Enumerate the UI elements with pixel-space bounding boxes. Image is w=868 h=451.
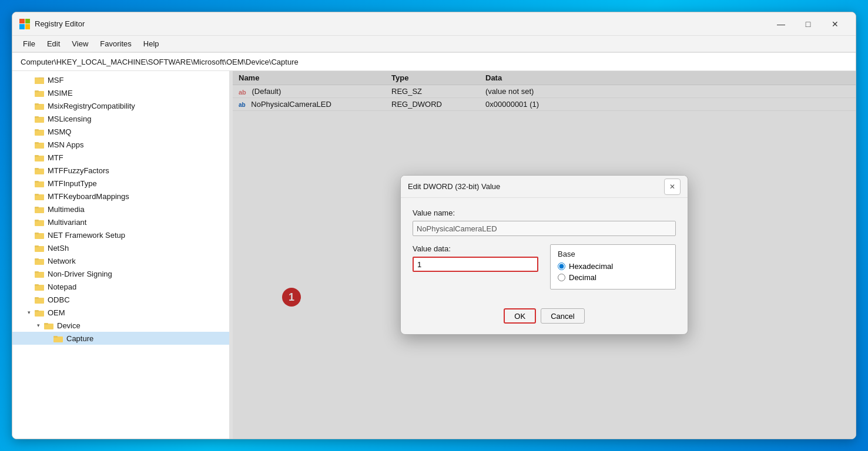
tree-item-label: NetSh xyxy=(48,244,69,253)
svg-rect-40 xyxy=(44,323,48,325)
tree-item-label: MSN Apps xyxy=(48,140,83,149)
dialog-title-bar: Edit DWORD (32-bit) Value ✕ xyxy=(401,176,688,198)
expand-icon xyxy=(43,334,52,343)
expand-icon xyxy=(24,166,33,175)
address-path: Computer\HKEY_LOCAL_MACHINE\SOFTWARE\Mic… xyxy=(17,56,302,68)
tree-item-label: MSMQ xyxy=(48,127,71,136)
tree-item-label: MSIME xyxy=(48,89,73,97)
tree-item-msime[interactable]: MSIME xyxy=(12,86,229,99)
tree-item-label: Multivariant xyxy=(48,218,86,227)
value-data-input[interactable] xyxy=(413,257,538,272)
svg-rect-26 xyxy=(35,233,39,234)
tree-item-odbc[interactable]: ODBC xyxy=(12,293,229,306)
main-area: MSF MSIME MsixRegistryCompatibility xyxy=(12,71,856,439)
cancel-button[interactable]: Cancel xyxy=(541,308,584,324)
folder-icon xyxy=(35,230,44,240)
tree-item-notepad[interactable]: Notepad xyxy=(12,280,229,293)
maximize-button[interactable]: □ xyxy=(795,15,822,33)
app-icon xyxy=(19,19,30,29)
tree-item-label: Capture xyxy=(66,334,93,343)
dialog-title: Edit DWORD (32-bit) Value xyxy=(408,182,500,191)
tree-item-capture[interactable]: Capture xyxy=(12,332,229,345)
tree-item-label: MTFKeyboardMappings xyxy=(48,192,129,201)
expand-icon xyxy=(24,140,33,149)
tree-item-label: Notepad xyxy=(48,282,76,291)
folder-icon xyxy=(53,334,63,343)
folder-icon xyxy=(35,114,44,123)
expand-icon xyxy=(24,127,33,136)
tree-item-label: NET Framework Setup xyxy=(48,231,125,240)
window-title: Registry Editor xyxy=(35,19,85,28)
tree-item-mtfinput[interactable]: MTFInputType xyxy=(12,177,229,190)
window-controls: — □ ✕ xyxy=(768,15,849,33)
tree-item-netfw[interactable]: NET Framework Setup xyxy=(12,228,229,241)
value-name-input[interactable] xyxy=(413,221,676,236)
svg-rect-30 xyxy=(35,258,39,260)
tree-item-msmq[interactable]: MSMQ xyxy=(12,125,229,138)
svg-rect-34 xyxy=(35,284,39,286)
svg-rect-42 xyxy=(53,336,58,338)
tree-item-label: MsixRegistryCompatibility xyxy=(48,102,135,110)
value-data-row: Value data: Base Hexadecimal xyxy=(413,244,676,290)
menu-view[interactable]: View xyxy=(66,38,94,49)
folder-icon xyxy=(35,217,44,227)
tree-item-multivariant[interactable]: Multivariant xyxy=(12,216,229,228)
value-data-label: Value data: xyxy=(413,244,538,253)
tree-item-mtf[interactable]: MTF xyxy=(12,151,229,164)
folder-icon xyxy=(35,88,44,97)
tree-item-label: MTF xyxy=(48,153,63,162)
svg-rect-24 xyxy=(35,220,39,221)
folder-icon xyxy=(35,153,44,162)
tree-item-device[interactable]: ▾ Device xyxy=(12,319,229,332)
folder-icon xyxy=(35,282,44,291)
tree-item-label: MTFFuzzyFactors xyxy=(48,166,109,175)
ok-button[interactable]: OK xyxy=(504,308,536,324)
hexadecimal-radio[interactable] xyxy=(558,262,565,270)
menu-edit[interactable]: Edit xyxy=(41,38,66,49)
folder-icon-open xyxy=(44,321,53,330)
menu-file[interactable]: File xyxy=(17,38,41,49)
folder-icon xyxy=(35,140,44,149)
folder-icon xyxy=(35,243,44,253)
svg-rect-10 xyxy=(35,129,39,131)
menu-help[interactable]: Help xyxy=(138,38,165,49)
decimal-radio[interactable] xyxy=(558,274,565,281)
expand-icon xyxy=(24,88,33,97)
svg-rect-8 xyxy=(35,116,39,118)
expand-icon xyxy=(24,243,33,253)
tree-item-multimedia[interactable]: Multimedia xyxy=(12,203,229,216)
tree-item-network[interactable]: Network xyxy=(12,254,229,267)
tree-item-msf[interactable]: MSF xyxy=(12,73,229,86)
tree-item-label: MSLicensing xyxy=(48,115,91,123)
tree-item-nondriver[interactable]: Non-Driver Signing xyxy=(12,267,229,280)
close-button[interactable]: ✕ xyxy=(822,15,849,33)
tree-item-mtffuzzy[interactable]: MTFFuzzyFactors xyxy=(12,164,229,177)
expand-icon xyxy=(24,217,33,227)
tree-item-oem[interactable]: ▾ OEM xyxy=(12,306,229,319)
dialog-footer: OK Cancel xyxy=(401,308,688,334)
expand-icon xyxy=(24,153,33,162)
menu-favorites[interactable]: Favorites xyxy=(94,38,137,49)
minimize-button[interactable]: — xyxy=(768,15,795,33)
registry-values-pane: Name Type Data ab (Default) REG_SZ (valu… xyxy=(233,71,856,439)
tree-item-mslicensing[interactable]: MSLicensing xyxy=(12,112,229,125)
tree-item-msnapps[interactable]: MSN Apps xyxy=(12,138,229,151)
tree-item-netsh[interactable]: NetSh xyxy=(12,241,229,254)
dialog-close-button[interactable]: ✕ xyxy=(664,179,681,195)
svg-rect-20 xyxy=(35,194,39,196)
hex-radio-row: Hexadecimal xyxy=(558,262,668,271)
value-name-label: Value name: xyxy=(413,208,676,217)
edit-dword-dialog: Edit DWORD (32-bit) Value ✕ Value name: … xyxy=(400,175,688,335)
expand-icon xyxy=(24,269,33,278)
dialog-body: Value name: Value data: Base xyxy=(401,198,688,308)
tree-item-msixreg[interactable]: MsixRegistryCompatibility xyxy=(12,99,229,112)
title-bar: Registry Editor — □ ✕ xyxy=(12,12,856,36)
folder-icon xyxy=(35,269,44,278)
expand-icon xyxy=(24,295,33,304)
folder-icon xyxy=(35,166,44,175)
svg-rect-16 xyxy=(35,168,39,170)
tree-item-label: OEM xyxy=(48,308,65,317)
folder-icon xyxy=(35,127,44,136)
tree-item-label: MSF xyxy=(48,76,63,85)
tree-item-mtfkbd[interactable]: MTFKeyboardMappings xyxy=(12,190,229,203)
